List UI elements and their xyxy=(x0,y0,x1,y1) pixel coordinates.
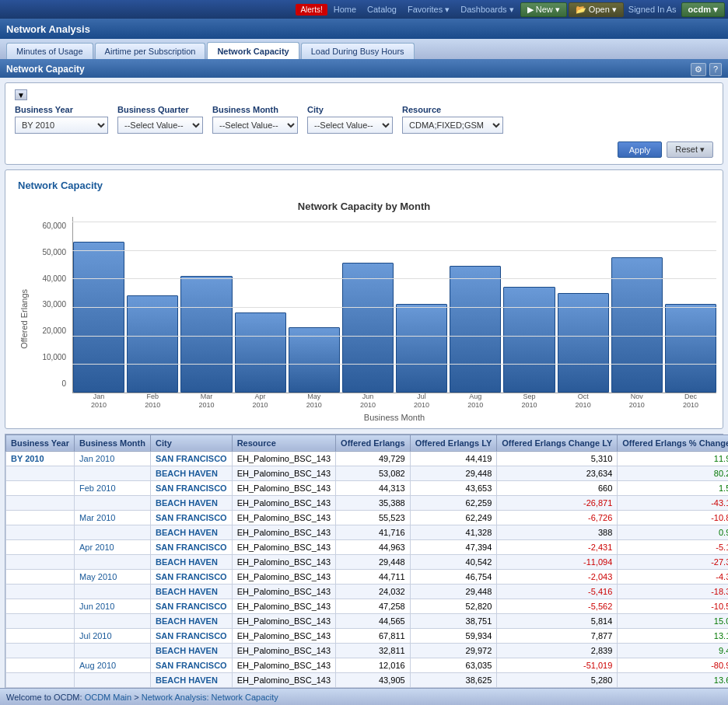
chart-title: Network Capacity by Month xyxy=(12,201,716,212)
city-label: City xyxy=(307,105,393,114)
tab-bar: Minutes of Usage Airtime per Subscriptio… xyxy=(0,39,728,61)
cell-offered-ly: 40,542 xyxy=(410,554,497,569)
cell-year xyxy=(6,584,75,599)
home-link[interactable]: Home xyxy=(329,3,361,16)
cell-city[interactable]: SAN FRANCISCO xyxy=(150,658,232,672)
cell-change: 660 xyxy=(497,480,618,495)
cell-city[interactable]: BEACH HAVEN xyxy=(150,613,232,628)
catalog-link[interactable]: Catalog xyxy=(362,3,401,16)
cell-resource: EH_Palomino_BSC_143 xyxy=(232,466,335,480)
cell-offered: 44,313 xyxy=(336,480,411,495)
favorites-dropdown[interactable]: Favorites ▾ xyxy=(403,3,454,16)
alerts-button[interactable]: Alerts! xyxy=(296,4,327,16)
cell-offered: 29,448 xyxy=(336,554,411,569)
cell-offered: 44,963 xyxy=(336,539,411,554)
cell-year xyxy=(6,495,75,510)
cell-month xyxy=(75,643,151,658)
cell-city[interactable]: BEACH HAVEN xyxy=(150,466,232,480)
cell-pct-change: -5.13% xyxy=(618,539,728,554)
status-text: Welcome to OCDM: OCDM Main > Network Ana… xyxy=(6,693,278,702)
col-header-resource: Resource xyxy=(232,435,335,451)
cell-resource: EH_Palomino_BSC_143 xyxy=(232,643,335,658)
resource-label: Resource xyxy=(402,105,503,114)
cell-month xyxy=(75,466,151,480)
ocdm-main-link[interactable]: OCDM Main xyxy=(85,693,132,702)
business-quarter-group: Business Quarter --Select Value-- xyxy=(117,105,203,134)
cell-resource: EH_Palomino_BSC_143 xyxy=(232,584,335,599)
cell-city[interactable]: SAN FRANCISCO xyxy=(150,628,232,643)
signed-in-label: Signed In As xyxy=(625,5,680,14)
table-row: BEACH HAVEN EH_Palomino_BSC_143 35,388 6… xyxy=(6,495,729,510)
apply-button[interactable]: Apply xyxy=(618,141,663,158)
business-year-select[interactable]: BY 2010 xyxy=(15,117,108,134)
business-year-label: Business Year xyxy=(15,105,108,114)
cell-pct-change: -10.53% xyxy=(618,599,728,613)
cell-resource: EH_Palomino_BSC_143 xyxy=(232,510,335,525)
content-area[interactable]: ▼ Business Year BY 2010 Business Quarter… xyxy=(0,78,728,688)
cell-month xyxy=(75,554,151,569)
cell-year xyxy=(6,628,75,643)
resource-select[interactable]: CDMA;FIXED;GSM xyxy=(402,117,503,134)
business-quarter-select[interactable]: --Select Value-- xyxy=(117,117,203,134)
user-menu-button[interactable]: ocdm ▾ xyxy=(681,2,725,17)
cell-offered-ly: 62,249 xyxy=(410,510,497,525)
main-content: ▼ Business Year BY 2010 Business Quarter… xyxy=(0,78,728,688)
cell-city[interactable]: SAN FRANCISCO xyxy=(150,599,232,613)
cell-pct-change: -4.37% xyxy=(618,569,728,584)
cell-city[interactable]: SAN FRANCISCO xyxy=(150,480,232,495)
cell-month xyxy=(75,584,151,599)
cell-city[interactable]: BEACH HAVEN xyxy=(150,584,232,599)
cell-resource: EH_Palomino_BSC_143 xyxy=(232,628,335,643)
cell-city[interactable]: BEACH HAVEN xyxy=(150,554,232,569)
cell-offered-ly: 29,448 xyxy=(410,466,497,480)
cell-resource: EH_Palomino_BSC_143 xyxy=(232,613,335,628)
cell-offered: 43,905 xyxy=(336,672,411,687)
dashboards-dropdown[interactable]: Dashboards ▾ xyxy=(456,3,518,16)
network-analysis-link[interactable]: Network Analysis: Network Capacity xyxy=(142,693,278,702)
cell-month: Jul 2010 xyxy=(75,628,151,643)
settings-icon-button[interactable]: ⚙ xyxy=(691,63,706,76)
table-row: BEACH HAVEN EH_Palomino_BSC_143 53,082 2… xyxy=(6,466,729,480)
cell-city[interactable]: BEACH HAVEN xyxy=(150,495,232,510)
tab-load-busy-hours[interactable]: Load During Busy Hours xyxy=(301,43,415,59)
open-button[interactable]: 📂 Open ▾ xyxy=(569,2,624,17)
cell-change: -2,431 xyxy=(497,539,618,554)
cell-month: Feb 2010 xyxy=(75,480,151,495)
cell-pct-change: 13.67% xyxy=(618,672,728,687)
cell-year xyxy=(6,539,75,554)
cell-year xyxy=(6,643,75,658)
filter-panel: ▼ Business Year BY 2010 Business Quarter… xyxy=(5,82,723,165)
new-button[interactable]: ▶ New ▾ xyxy=(520,2,567,17)
cell-month: Aug 2010 xyxy=(75,658,151,672)
cell-city[interactable]: SAN FRANCISCO xyxy=(150,569,232,584)
cell-city[interactable]: SAN FRANCISCO xyxy=(150,539,232,554)
tab-network-capacity[interactable]: Network Capacity xyxy=(207,42,299,59)
cell-city[interactable]: BEACH HAVEN xyxy=(150,643,232,658)
cell-city[interactable]: SAN FRANCISCO xyxy=(150,510,232,525)
table-row: BEACH HAVEN EH_Palomino_BSC_143 44,565 3… xyxy=(6,613,729,628)
y-tick-2: 20,000 xyxy=(35,326,69,335)
business-month-select[interactable]: --Select Value-- xyxy=(212,117,298,134)
filter-collapse-button[interactable]: ▼ xyxy=(15,89,27,100)
cell-resource: EH_Palomino_BSC_143 xyxy=(232,480,335,495)
cell-month xyxy=(75,613,151,628)
table-row: Jul 2010 SAN FRANCISCO EH_Palomino_BSC_1… xyxy=(6,628,729,643)
cell-pct-change: 11.95% xyxy=(618,451,728,466)
cell-pct-change: 13.14% xyxy=(618,628,728,643)
chart-panel: Network Capacity Network Capacity by Mon… xyxy=(5,169,723,429)
cell-offered: 55,523 xyxy=(336,510,411,525)
city-select[interactable]: --Select Value-- xyxy=(307,117,393,134)
help-icon-button[interactable]: ? xyxy=(709,63,722,76)
tab-minutes-of-usage[interactable]: Minutes of Usage xyxy=(6,43,93,59)
cell-offered-ly: 38,625 xyxy=(410,672,497,687)
cell-city[interactable]: BEACH HAVEN xyxy=(150,672,232,687)
cell-city[interactable]: BEACH HAVEN xyxy=(150,525,232,539)
app-title-bar: Network Analysis xyxy=(0,19,728,39)
cell-change: -5,416 xyxy=(497,584,618,599)
cell-change: -51,019 xyxy=(497,658,618,672)
cell-city[interactable]: SAN FRANCISCO xyxy=(150,451,232,466)
reset-button[interactable]: Reset ▾ xyxy=(667,141,713,158)
tab-airtime-subscription[interactable]: Airtime per Subscription xyxy=(95,43,206,59)
col-header-year: Business Year xyxy=(6,435,75,451)
cell-year: BY 2010 xyxy=(6,451,75,466)
